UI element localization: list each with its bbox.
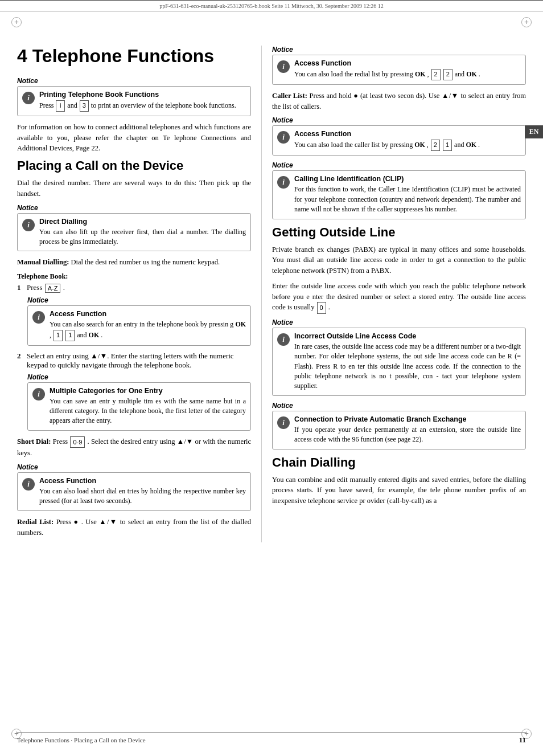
notice-clip-text: For this function to work, the Caller Li… xyxy=(294,185,521,214)
notice-access1-title: Access Function xyxy=(50,310,246,318)
notice-printing-content: Printing Telephone Book Functions Press … xyxy=(39,91,246,112)
notice-clip-outer: Notice i Calling Line Identification (CL… xyxy=(272,161,526,219)
notice-direct-icon: i xyxy=(22,219,35,231)
notice-multiple-text: You can save an entr y multiple tim es w… xyxy=(50,397,246,426)
item-num-2: 2 xyxy=(17,352,24,361)
key-1a: 1 xyxy=(54,330,63,341)
notice-access2-title: Access Function xyxy=(39,477,246,485)
notice-access2-content: Access Function You can also load short … xyxy=(39,477,246,506)
key-az: A-Z xyxy=(45,284,61,293)
notice-access1-content: Access Function You can also search for … xyxy=(50,310,246,341)
notice-multiple-icon: i xyxy=(32,388,45,401)
corner-mark-tr xyxy=(521,17,532,27)
header-bar: ppF-631-631-eco-manual-uk-253120765-b.bo… xyxy=(0,0,543,11)
notice-access-right2-box: i Access Function You can also load the … xyxy=(272,125,526,156)
notice-connection-label: Notice xyxy=(272,402,526,410)
notice-printing-text: Press i and 3 to print an overview of th… xyxy=(39,100,246,112)
page: ppF-631-631-eco-manual-uk-253120765-b.bo… xyxy=(0,0,543,756)
notice-direct-label: Notice xyxy=(17,204,251,212)
manual-dialling-text: Dial the desi red number us ing the nume… xyxy=(71,258,220,266)
notice-multiple-label: Notice xyxy=(27,373,251,381)
notice-connection-text: If you operate your device permanently a… xyxy=(294,425,521,445)
item-num-1: 1 xyxy=(17,283,24,292)
key-3: 3 xyxy=(80,100,89,112)
right-column: Notice i Access Function You can also lo… xyxy=(261,46,526,542)
key-1b: 1 xyxy=(65,330,75,341)
footer-right: 11 xyxy=(519,735,526,745)
notice-direct-title: Direct Dialling xyxy=(39,218,246,226)
notice-printing-box: i Printing Telephone Book Functions Pres… xyxy=(17,86,251,116)
notice-access-right2-text: You can also load the caller list by pre… xyxy=(294,140,521,151)
left-column: 4 Telephone Functions Notice i Printing … xyxy=(17,46,261,542)
notice-incorrect-text: In rare cases, the outside line access c… xyxy=(294,342,521,391)
table-row: 1 Press A-Z . xyxy=(17,283,251,293)
en-badge: EN xyxy=(525,125,543,138)
notice-clip-content: Calling Line Identification (CLIP) For t… xyxy=(294,175,521,214)
notice-connection-box: i Connection to Private Automatic Branch… xyxy=(272,411,526,449)
item-2-content: Select an entry using ▲/▼. Enter the sta… xyxy=(27,352,251,370)
notice-access1-outer: Notice i Access Function You can also se… xyxy=(27,296,251,345)
notice-access-right1-outer: Notice i Access Function You can also lo… xyxy=(272,46,526,85)
getting-outside-para2: Enter the outside line access code with … xyxy=(272,281,526,314)
getting-outside-para1: Private branch ex changes (PABX) are typ… xyxy=(272,244,526,276)
notice-incorrect-title: Incorrect Outside Line Access Code xyxy=(294,332,521,340)
notice-multiple-content: Multiple Categories for One Entry You ca… xyxy=(50,387,246,426)
notice-access-right1-text: You can also load the redial list by pre… xyxy=(294,69,521,80)
notice-access-right1-icon: i xyxy=(277,60,290,73)
notice-access1-box: i Access Function You can also search fo… xyxy=(27,305,251,345)
short-dial-para: Short Dial: Press 0-9 . Select the desir… xyxy=(17,436,251,459)
notice-access-right2-label: Notice xyxy=(272,116,526,124)
notice-incorrect-content: Incorrect Outside Line Access Code In ra… xyxy=(294,332,521,391)
chain-dialling-text: You can combine and edit manually entere… xyxy=(272,475,526,506)
notice-access1-text: You can also search for an entry in the … xyxy=(50,320,246,341)
notice-multiple-outer: Notice i Multiple Categories for One Ent… xyxy=(27,373,251,431)
notice-incorrect-icon: i xyxy=(277,333,290,346)
item-1-text-pre: Press xyxy=(27,283,44,292)
caller-list-text: Press and hold ● (at least two secon ds)… xyxy=(272,92,526,111)
notice-access1-icon: i xyxy=(32,311,45,324)
key-2b: 2 xyxy=(443,69,452,80)
table-row: 2 Select an entry using ▲/▼. Enter the s… xyxy=(17,352,251,370)
notice-direct-box: i Direct Dialling You can also lift up t… xyxy=(17,213,251,252)
manual-dialling-para: Manual Dialling: Dial the desi red numbe… xyxy=(17,257,251,268)
notice-multiple-title: Multiple Categories for One Entry xyxy=(50,387,246,395)
notice-access2-icon: i xyxy=(22,478,35,491)
redial-list-para: Redial List: Press ● . Use ▲/▼ to select… xyxy=(17,517,251,538)
notice-direct-content: Direct Dialling You can also lift up the… xyxy=(39,218,246,247)
key-2c: 2 xyxy=(431,140,440,151)
notice-connection-title: Connection to Private Automatic Branch E… xyxy=(294,415,521,423)
main-content: 4 Telephone Functions Notice i Printing … xyxy=(0,11,543,577)
footer-left: Telephone Functions · Placing a Call on … xyxy=(17,737,146,743)
placing-call-title: Placing a Call on the Device xyxy=(17,158,251,173)
telephone-book-label: Telephone Book: xyxy=(17,272,251,281)
notice-printing-label: Notice xyxy=(17,77,251,85)
notice-incorrect-box: i Incorrect Outside Line Access Code In … xyxy=(272,328,526,396)
caller-list-bold: Caller List: xyxy=(272,92,307,100)
notice-clip-icon: i xyxy=(277,176,290,189)
caller-list-para: Caller List: Press and hold ● (at least … xyxy=(272,91,526,112)
notice-access-right1-box: i Access Function You can also load the … xyxy=(272,55,526,85)
key-2a: 2 xyxy=(431,69,441,80)
notice-access2-label: Notice xyxy=(17,463,251,471)
short-dial-bold: Short Dial: xyxy=(17,438,51,446)
key-0: 0 xyxy=(317,302,326,314)
corner-mark-tl xyxy=(11,17,22,27)
placing-call-intro: Dial the desired number. There are sever… xyxy=(17,178,251,199)
redial-list-bold: Redial List: xyxy=(17,518,54,526)
manual-dialling-bold: Manual Dialling: xyxy=(17,258,69,266)
notice-connection-content: Connection to Private Automatic Branch E… xyxy=(294,415,521,445)
notice-clip-label: Notice xyxy=(272,161,526,169)
chain-dialling-title: Chain Dialling xyxy=(272,455,526,470)
intro-para: For information on how to connect additi… xyxy=(17,122,251,154)
notice-connection-icon: i xyxy=(277,416,290,429)
item-1-content: Press A-Z . xyxy=(27,283,251,293)
notice-access-right1-title: Access Function xyxy=(294,59,521,67)
notice-direct-text: You can also lift up the receiver first,… xyxy=(39,227,246,247)
notice-direct-outer: Notice i Direct Dialling You can also li… xyxy=(17,204,251,252)
getting-outside-title: Getting Outside Line xyxy=(272,225,526,240)
key-1c: 1 xyxy=(443,140,452,151)
notice-access-right2-outer: Notice i Access Function You can also lo… xyxy=(272,116,526,156)
notice-access2-outer: Notice i Access Function You can also lo… xyxy=(17,463,251,511)
notice-access-right2-icon: i xyxy=(277,131,290,144)
notice-access1-label: Notice xyxy=(27,296,251,304)
